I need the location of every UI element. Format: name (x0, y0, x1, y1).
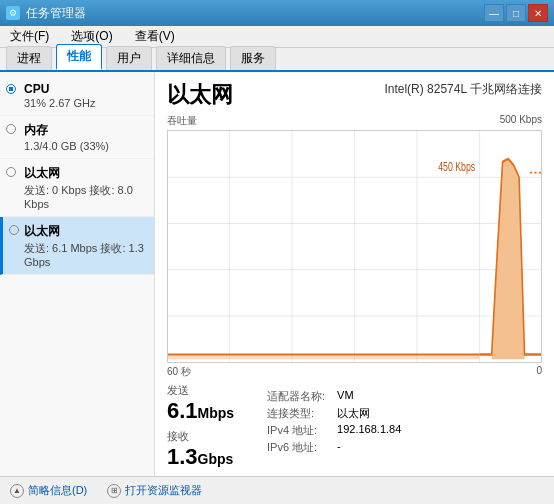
panel-subtitle-line1: Intel(R) 82574L 千兆网络连接 (384, 82, 542, 96)
summary-label: 简略信息(D) (28, 483, 87, 498)
close-button[interactable]: ✕ (528, 4, 548, 22)
conn-type-key: 连接类型: (267, 406, 325, 421)
ethernet1-detail: 发送: 0 Kbps 接收: 8.0 Kbps (24, 183, 146, 210)
menu-file[interactable]: 文件(F) (4, 26, 55, 47)
monitor-icon: ⊞ (107, 484, 121, 498)
sidebar-item-memory[interactable]: 内存 1.3/4.0 GB (33%) (0, 116, 154, 159)
graph-labels-top: 吞吐量 500 Kbps (167, 114, 542, 128)
tab-services[interactable]: 服务 (230, 46, 276, 70)
tab-bar: 进程 性能 用户 详细信息 服务 (0, 48, 554, 72)
ethernet1-label: 以太网 (24, 165, 146, 182)
panel-header: 以太网 Intel(R) 82574L 千兆网络连接 (167, 80, 542, 110)
panel-title: 以太网 (167, 80, 233, 110)
graph-labels-bottom: 60 秒 0 (167, 365, 542, 379)
resource-monitor-button[interactable]: ⊞ 打开资源监视器 (107, 483, 202, 498)
summary-button[interactable]: ▲ 简略信息(D) (10, 483, 87, 498)
ipv6-val: - (337, 440, 401, 455)
conn-type-val: 以太网 (337, 406, 401, 421)
recv-value: 1.3Gbps (167, 444, 247, 470)
monitor-label: 打开资源监视器 (125, 483, 202, 498)
bottom-bar: ▲ 简略信息(D) ⊞ 打开资源监视器 (0, 476, 554, 504)
send-label: 发送 (167, 383, 247, 398)
minimize-button[interactable]: — (484, 4, 504, 22)
ipv4-val: 192.168.1.84 (337, 423, 401, 438)
right-panel: 以太网 Intel(R) 82574L 千兆网络连接 吞吐量 500 Kbps (155, 72, 554, 476)
graph-label-max: 500 Kbps (500, 114, 542, 128)
menu-view[interactable]: 查看(V) (129, 26, 181, 47)
info-grid: 适配器名称: VM 连接类型: 以太网 IPv4 地址: 192.168.1.8… (267, 389, 401, 455)
ethernet2-radio (9, 225, 19, 235)
sidebar-item-ethernet2[interactable]: 以太网 发送: 6.1 Mbps 接收: 1.3 Gbps (0, 217, 154, 275)
graph-svg: 450 Kbps (168, 131, 541, 362)
ipv4-key: IPv4 地址: (267, 423, 325, 438)
ethernet1-radio (6, 167, 16, 177)
ethernet2-detail: 发送: 6.1 Mbps 接收: 1.3 Gbps (24, 241, 146, 268)
svg-text:450 Kbps: 450 Kbps (438, 160, 475, 174)
ethernet2-label: 以太网 (24, 223, 146, 240)
app-icon: ⚙ (6, 6, 20, 20)
adapter-key: 适配器名称: (267, 389, 325, 404)
window-controls: — □ ✕ (484, 4, 548, 22)
graph-label-time: 60 秒 (167, 365, 191, 379)
tab-performance[interactable]: 性能 (56, 44, 102, 70)
sidebar-item-cpu[interactable]: CPU 31% 2.67 GHz (0, 76, 154, 116)
tab-details[interactable]: 详细信息 (156, 46, 226, 70)
sidebar: CPU 31% 2.67 GHz 内存 1.3/4.0 GB (33%) 以太网… (0, 72, 155, 476)
window-title: 任务管理器 (26, 5, 86, 22)
panel-subtitle: Intel(R) 82574L 千兆网络连接 (384, 80, 542, 98)
graph-label-throughput: 吞吐量 (167, 114, 197, 128)
ipv6-key: IPv6 地址: (267, 440, 325, 455)
recv-block: 接收 1.3Gbps (167, 429, 247, 470)
maximize-button[interactable]: □ (506, 4, 526, 22)
stats-block: 发送 6.1Mbps 接收 1.3Gbps (167, 383, 247, 470)
cpu-label: CPU (24, 82, 146, 96)
cpu-detail: 31% 2.67 GHz (24, 97, 146, 109)
memory-detail: 1.3/4.0 GB (33%) (24, 140, 146, 152)
main-content: CPU 31% 2.67 GHz 内存 1.3/4.0 GB (33%) 以太网… (0, 72, 554, 476)
graph-area: 450 Kbps (167, 130, 542, 363)
summary-icon: ▲ (10, 484, 24, 498)
adapter-val: VM (337, 389, 401, 404)
memory-radio (6, 124, 16, 134)
title-bar: ⚙ 任务管理器 — □ ✕ (0, 0, 554, 26)
send-value: 6.1Mbps (167, 398, 247, 424)
recv-label: 接收 (167, 429, 247, 444)
sidebar-item-ethernet1[interactable]: 以太网 发送: 0 Kbps 接收: 8.0 Kbps (0, 159, 154, 217)
tab-users[interactable]: 用户 (106, 46, 152, 70)
memory-label: 内存 (24, 122, 146, 139)
svg-marker-10 (480, 159, 541, 359)
send-block: 发送 6.1Mbps (167, 383, 247, 424)
tab-processes[interactable]: 进程 (6, 46, 52, 70)
cpu-radio (6, 84, 16, 94)
graph-label-zero: 0 (536, 365, 542, 379)
